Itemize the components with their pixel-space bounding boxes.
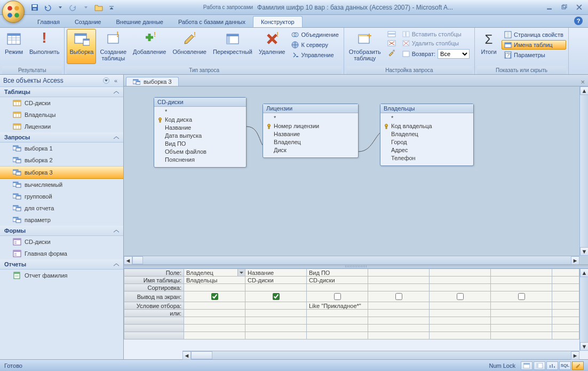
table-field[interactable]: Название xyxy=(156,124,244,132)
designer-canvas[interactable]: CD-диски*Код дискаНазваниеДата выпускаВи… xyxy=(124,86,579,256)
qbe-cell[interactable] xyxy=(184,284,245,291)
qbe-cell[interactable] xyxy=(368,277,430,284)
navitem[interactable]: групповой xyxy=(0,191,123,202)
navgroup-queries[interactable]: Запросы xyxy=(0,132,123,143)
showtable-button[interactable]: Отобразить таблицу xyxy=(346,29,384,64)
qbe-cell[interactable] xyxy=(368,310,430,317)
qbe-cell[interactable] xyxy=(184,310,245,317)
horizontal-splitter[interactable] xyxy=(124,264,588,269)
dropdown-arrow-icon[interactable] xyxy=(237,269,245,276)
show-checkbox[interactable] xyxy=(395,293,402,300)
save-icon[interactable] xyxy=(30,3,39,12)
table-field[interactable]: Владелец xyxy=(265,138,356,146)
append-button[interactable]: ! Добавление xyxy=(130,29,169,64)
navitem[interactable]: CD-диски xyxy=(0,97,123,109)
table-box[interactable]: Владельцы*Код владельцаВладелецГородАдре… xyxy=(380,104,474,166)
table-box-header[interactable]: Лицензии xyxy=(263,104,358,113)
navgroup-tables[interactable]: Таблицы xyxy=(0,87,123,97)
crosstab-button[interactable]: Перекрестный xyxy=(210,29,255,64)
table-field[interactable]: * xyxy=(265,114,356,122)
designer-vscroll[interactable]: ▲ ▼ xyxy=(579,86,588,256)
scroll-up-icon[interactable]: ▲ xyxy=(580,86,588,95)
navgroup-forms[interactable]: Формы xyxy=(0,226,123,236)
qbe-cell[interactable] xyxy=(491,310,552,317)
document-tab[interactable]: выборка 3 xyxy=(126,77,179,86)
close-button[interactable] xyxy=(573,3,585,12)
tablenames-button[interactable]: xyzИмена таблиц xyxy=(502,40,566,50)
qbe-cell[interactable] xyxy=(430,310,491,317)
insert-cols-button[interactable]: Вставить столбцы xyxy=(400,30,472,38)
builder-button[interactable] xyxy=(385,48,399,58)
run-button[interactable]: ! Выполнить xyxy=(27,29,62,64)
totals-button[interactable]: Σ Итоги xyxy=(477,29,500,64)
table-field[interactable]: Диск xyxy=(265,146,356,154)
navpane-header[interactable]: Все объекты Access « xyxy=(0,75,123,87)
table-field[interactable]: * xyxy=(383,114,471,122)
navitem[interactable]: Отчет фамилия xyxy=(0,270,123,281)
table-field[interactable]: Объем файлов xyxy=(156,148,244,156)
table-field[interactable]: Город xyxy=(383,138,471,146)
qbe-hscroll[interactable]: ◄ ► xyxy=(182,351,579,359)
qbe-cell[interactable] xyxy=(430,284,491,291)
qbe-cell[interactable] xyxy=(245,291,307,302)
qat-customize-icon[interactable] xyxy=(107,3,116,12)
qbe-cell[interactable] xyxy=(430,302,491,310)
insert-rows-button[interactable] xyxy=(385,30,399,38)
table-field[interactable]: Владелец xyxy=(383,130,471,138)
delete-query-button[interactable]: ! Удаление xyxy=(256,29,288,64)
qbe-cell[interactable] xyxy=(245,302,307,310)
undo-dropdown-icon[interactable] xyxy=(55,3,65,12)
table-field[interactable]: Дата выпуска xyxy=(156,132,244,140)
qbe-cell[interactable] xyxy=(430,291,491,302)
navitem[interactable]: вычисляемый xyxy=(0,179,123,191)
navitem[interactable]: Главная форма xyxy=(0,248,123,259)
scroll-down-icon[interactable]: ▼ xyxy=(580,247,588,256)
navitem[interactable]: выборка 2 xyxy=(0,154,123,166)
tab-home[interactable]: Главная xyxy=(30,17,67,27)
qbe-cell[interactable]: Владельцы xyxy=(184,277,245,284)
navpane-collapse-icon[interactable]: « xyxy=(112,77,120,84)
qbe-cell[interactable] xyxy=(430,269,491,277)
table-box-header[interactable]: CD-диски xyxy=(154,98,246,107)
qbe-cell[interactable] xyxy=(430,277,491,284)
view-pivotchart-icon[interactable] xyxy=(546,361,558,370)
maketable-button[interactable]: ! Создание таблицы xyxy=(97,29,129,64)
table-field[interactable]: Номер лицензии xyxy=(265,122,356,130)
office-button[interactable] xyxy=(2,1,25,23)
navgroup-reports[interactable]: Отчеты xyxy=(0,259,123,270)
view-design-icon[interactable] xyxy=(572,361,584,370)
navitem[interactable]: CD-диски xyxy=(0,236,123,248)
delete-rows-button[interactable] xyxy=(385,39,399,48)
qbe-cell[interactable] xyxy=(491,269,552,277)
qbe-cell[interactable]: Like "Прикладное*" xyxy=(307,302,368,310)
passthrough-button[interactable]: К серверу xyxy=(289,40,341,50)
propsheet-button[interactable]: Страница свойств xyxy=(502,30,566,40)
tab-dbtools[interactable]: Работа с базами данных xyxy=(171,17,253,27)
document-close-icon[interactable]: × xyxy=(581,78,585,86)
view-pivot-icon[interactable] xyxy=(534,361,545,370)
tab-create[interactable]: Создание xyxy=(67,17,109,27)
qbe-cell[interactable] xyxy=(184,302,245,310)
redo-dropdown-icon[interactable] xyxy=(81,3,91,12)
view-button[interactable]: Режим xyxy=(2,29,26,64)
union-button[interactable]: Объединение xyxy=(289,30,341,40)
qbe-cell[interactable] xyxy=(307,310,368,317)
table-field[interactable]: * xyxy=(156,108,244,116)
show-checkbox[interactable] xyxy=(273,293,280,300)
select-query-button[interactable]: Выборка xyxy=(67,29,96,64)
navitem[interactable]: выборка 3 xyxy=(0,166,123,179)
parameters-button[interactable]: [?]Параметры xyxy=(502,50,566,60)
tab-external[interactable]: Внешние данные xyxy=(109,17,171,27)
help-icon[interactable]: ? xyxy=(574,17,583,25)
qbe-cell[interactable]: Владелец xyxy=(184,269,245,277)
navitem[interactable]: Владельцы xyxy=(0,109,123,121)
return-select[interactable]: Все xyxy=(438,49,470,59)
undo-icon[interactable] xyxy=(43,3,52,12)
qbe-cell[interactable] xyxy=(491,291,552,302)
delete-cols-button[interactable]: Удалить столбцы xyxy=(400,39,472,48)
navitem[interactable]: параметр xyxy=(0,214,123,226)
table-field[interactable]: Вид ПО xyxy=(156,140,244,148)
qbe-vscroll[interactable]: ▲▼ xyxy=(579,269,588,351)
navpane-filter-icon[interactable] xyxy=(103,77,109,84)
navitem[interactable]: Лицензии xyxy=(0,121,123,132)
